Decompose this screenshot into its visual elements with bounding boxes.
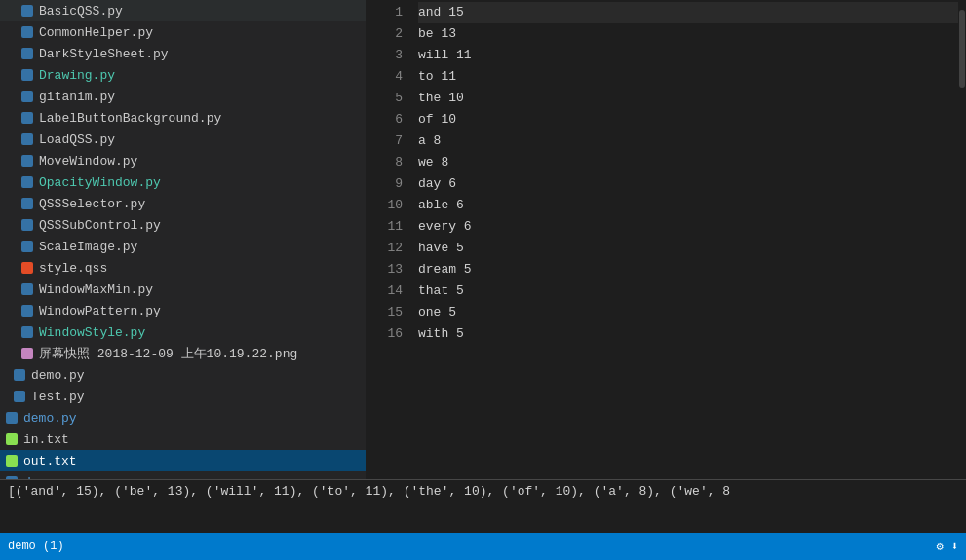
status-label: demo (1) xyxy=(8,540,64,553)
line-number: 4 xyxy=(366,66,403,88)
code-text: able 6 xyxy=(418,195,464,216)
file-name: BasicQSS.py xyxy=(39,4,123,19)
sidebar-item[interactable]: LabelButtonBackground.py xyxy=(0,107,366,129)
file-name: MoveWindow.py xyxy=(39,154,137,168)
file-name: CommonHelper.py xyxy=(39,25,153,40)
sidebar-item[interactable]: OpacityWindow.py xyxy=(0,171,366,193)
line-number: 1 xyxy=(366,2,403,23)
file-name: demo.py xyxy=(23,411,77,426)
line-number: 7 xyxy=(366,131,403,152)
file-name: Test.py xyxy=(31,390,85,404)
sidebar-item[interactable]: Test.py xyxy=(0,386,366,407)
sidebar: BasicQSS.pyCommonHelper.pyDarkStyleSheet… xyxy=(0,0,366,479)
code-line: to 11 xyxy=(418,66,958,88)
line-number: 15 xyxy=(366,302,403,323)
status-right: ⚙ ⬇ xyxy=(937,540,958,554)
status-left: demo (1) xyxy=(8,540,64,553)
file-icon-txt xyxy=(4,431,19,447)
file-name: OpacityWindow.py xyxy=(39,175,161,190)
line-number: 16 xyxy=(366,323,403,345)
sidebar-item[interactable]: DarkStyleSheet.py xyxy=(0,43,366,64)
code-line: the 10 xyxy=(418,88,958,109)
sidebar-item[interactable]: WindowPattern.py xyxy=(0,300,366,321)
line-number: 6 xyxy=(366,109,403,131)
code-line: one 5 xyxy=(418,302,958,323)
file-icon-py xyxy=(19,303,35,318)
code-line: every 6 xyxy=(418,216,958,238)
sidebar-item[interactable]: LoadQSS.py xyxy=(0,129,366,150)
code-text: be 13 xyxy=(418,23,456,45)
sidebar-item[interactable]: demo.py xyxy=(0,407,366,429)
sidebar-item[interactable]: ScaleImage.py xyxy=(0,236,366,257)
code-line: and 15 xyxy=(418,2,958,23)
code-line: have 5 xyxy=(418,238,958,259)
file-icon-py xyxy=(19,131,35,147)
sidebar-item[interactable]: in.txt xyxy=(0,429,366,450)
code-text: of 10 xyxy=(418,109,456,131)
sidebar-item[interactable]: out.txt xyxy=(0,450,366,471)
sidebar-item[interactable]: Drawing.py xyxy=(0,64,366,86)
code-line: be 13 xyxy=(418,23,958,45)
file-name: style.qss xyxy=(39,261,107,276)
file-icon-png xyxy=(19,346,35,361)
file-icon-py xyxy=(19,239,35,254)
file-name: DarkStyleSheet.py xyxy=(39,47,169,61)
file-icon-py xyxy=(19,3,35,19)
file-icon-py xyxy=(19,281,35,297)
scrollbar-thumb[interactable] xyxy=(959,10,965,88)
code-text: day 6 xyxy=(418,173,456,195)
file-name: demo.py xyxy=(31,368,85,383)
file-name: out.txt xyxy=(23,454,77,468)
file-icon-py xyxy=(19,196,35,211)
terminal-output: [('and', 15), ('be', 13), ('will', 11), … xyxy=(0,480,966,533)
line-number: 9 xyxy=(366,173,403,195)
download-icon[interactable]: ⬇ xyxy=(951,540,958,554)
sidebar-item[interactable]: BasicQSS.py xyxy=(0,0,366,21)
code-text: every 6 xyxy=(418,216,472,238)
code-line: of 10 xyxy=(418,109,958,131)
line-number: 2 xyxy=(366,23,403,45)
sidebar-item[interactable]: demo.py xyxy=(0,364,366,386)
terminal-area: [('and', 15), ('be', 13), ('will', 11), … xyxy=(0,479,966,533)
line-number: 12 xyxy=(366,238,403,259)
sidebar-item[interactable]: QSSSelector.py xyxy=(0,193,366,214)
code-text: a 8 xyxy=(418,131,441,152)
code-text: the 10 xyxy=(418,88,464,109)
file-icon-py xyxy=(19,89,35,104)
sidebar-item[interactable]: 屏幕快照 2018-12-09 上午10.19.22.png xyxy=(0,343,366,364)
status-bar: demo (1) ⚙ ⬇ xyxy=(0,533,966,560)
sidebar-item[interactable]: style.qss xyxy=(0,257,366,279)
sidebar-item[interactable]: demo.py xyxy=(0,471,366,479)
file-icon-py xyxy=(19,67,35,83)
code-lines: and 15be 13will 11to 11the 10of 10a 8we … xyxy=(414,0,958,479)
file-icon-py xyxy=(12,389,27,404)
code-line: we 8 xyxy=(418,152,958,173)
code-content: 12345678910111213141516 and 15be 13will … xyxy=(366,0,966,479)
file-icon-qss xyxy=(19,260,35,276)
code-line: a 8 xyxy=(418,131,958,152)
scrollbar[interactable] xyxy=(958,0,966,479)
sidebar-item[interactable]: WindowMaxMin.py xyxy=(0,279,366,300)
code-text: with 5 xyxy=(418,323,464,345)
sidebar-item[interactable]: gitanim.py xyxy=(0,86,366,107)
file-icon-txt xyxy=(4,453,19,468)
file-name: LoadQSS.py xyxy=(39,132,115,147)
file-name: LabelButtonBackground.py xyxy=(39,111,221,126)
file-icon-py xyxy=(4,410,19,426)
sidebar-item[interactable]: WindowStyle.py xyxy=(0,321,366,343)
sidebar-item[interactable]: CommonHelper.py xyxy=(0,21,366,43)
file-icon-py xyxy=(19,46,35,61)
file-icon-py xyxy=(19,153,35,168)
code-line: will 11 xyxy=(418,45,958,66)
file-name: in.txt xyxy=(23,432,69,447)
sidebar-item[interactable]: QSSSubControl.py xyxy=(0,214,366,236)
code-line: that 5 xyxy=(418,280,958,302)
file-icon-py xyxy=(19,24,35,40)
sidebar-item[interactable]: MoveWindow.py xyxy=(0,150,366,171)
gear-icon[interactable]: ⚙ xyxy=(937,540,944,554)
code-text: that 5 xyxy=(418,280,464,302)
main-area: BasicQSS.pyCommonHelper.pyDarkStyleSheet… xyxy=(0,0,966,479)
code-line: with 5 xyxy=(418,323,958,345)
code-text: dream 5 xyxy=(418,259,472,280)
line-number: 10 xyxy=(366,195,403,216)
